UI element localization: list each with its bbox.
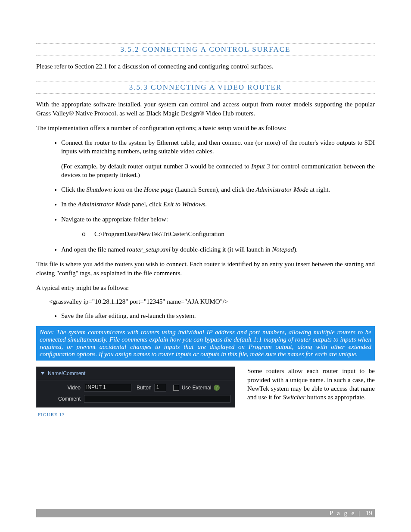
info-icon[interactable]: i	[214, 385, 220, 391]
section-heading-352: 3.5.2 CONNECTING A CONTROL SURFACE	[36, 43, 375, 56]
panel-header[interactable]: Name/Comment	[37, 367, 235, 380]
list-subtext: (For example, by default router output n…	[61, 162, 375, 180]
footer-label: P a g e	[330, 510, 356, 516]
after-list-text: This file is where you add the routers y…	[36, 260, 375, 277]
figure-caption: FIGURE 13	[38, 412, 375, 417]
panel-title: Name/Comment	[48, 370, 85, 376]
comment-input[interactable]	[84, 395, 230, 403]
setup-list: Connect the router to the system by Ethe…	[36, 138, 375, 254]
video-row: Video INPUT 1 Button 1 Use External i	[41, 384, 230, 392]
options-lead: The implementation offers a number of co…	[36, 124, 375, 132]
note-box: Note: The system communicates with route…	[36, 326, 375, 361]
page-footer: P a g e | 19	[36, 509, 375, 517]
list-text: Connect the router to the system by Ethe…	[61, 139, 375, 155]
list-item: Save the file after editing, and re-laun…	[61, 311, 375, 320]
section-352-body: Please refer to Section 22.1 for a discu…	[36, 62, 375, 71]
document-page: 3.5.2 CONNECTING A CONTROL SURFACE Pleas…	[0, 0, 411, 532]
use-external-checkbox[interactable]	[173, 385, 179, 391]
example-entry: <grassvalley ip="10.28.1.128" port="1234…	[49, 298, 375, 305]
save-list: Save the file after editing, and re-laun…	[36, 311, 375, 320]
list-item: Click the Shutdown icon on the Home page…	[61, 185, 375, 194]
sub-list: C:\ProgramData\NewTek\TriCaster\Configur…	[61, 230, 375, 239]
name-comment-panel: Name/Comment Video INPUT 1 Button 1 Use …	[36, 367, 235, 408]
panel-content: Video INPUT 1 Button 1 Use External i Co…	[37, 380, 235, 407]
sub-list-item: C:\ProgramData\NewTek\TriCaster\Configur…	[82, 230, 375, 239]
figure-row: Name/Comment Video INPUT 1 Button 1 Use …	[36, 367, 375, 408]
footer-sep: |	[355, 510, 364, 516]
video-input[interactable]: INPUT 1	[84, 384, 131, 392]
figure-side-text: Some routers allow each router input to …	[247, 367, 375, 401]
section-353-intro: With the appropriate software installed,…	[36, 100, 375, 118]
use-external-label: Use External	[182, 385, 212, 391]
button-value-input[interactable]: 1	[154, 384, 166, 392]
page-number: 19	[366, 510, 372, 516]
button-label: Button	[137, 385, 152, 391]
list-item: And open the file named router_setup.xml…	[61, 245, 375, 254]
typical-lead: A typical entry might be as follows:	[36, 283, 375, 292]
list-item: In the Administrator Mode panel, click E…	[61, 200, 375, 208]
video-label: Video	[41, 385, 84, 391]
comment-label: Comment	[41, 396, 84, 402]
section-heading-353: 3.5.3 CONNECTING A VIDEO ROUTER	[36, 81, 375, 94]
chevron-down-icon	[41, 372, 44, 375]
list-item: Connect the router to the system by Ethe…	[61, 138, 375, 179]
comment-row: Comment	[41, 395, 230, 403]
list-item: Navigate to the appropriate folder below…	[61, 215, 375, 240]
